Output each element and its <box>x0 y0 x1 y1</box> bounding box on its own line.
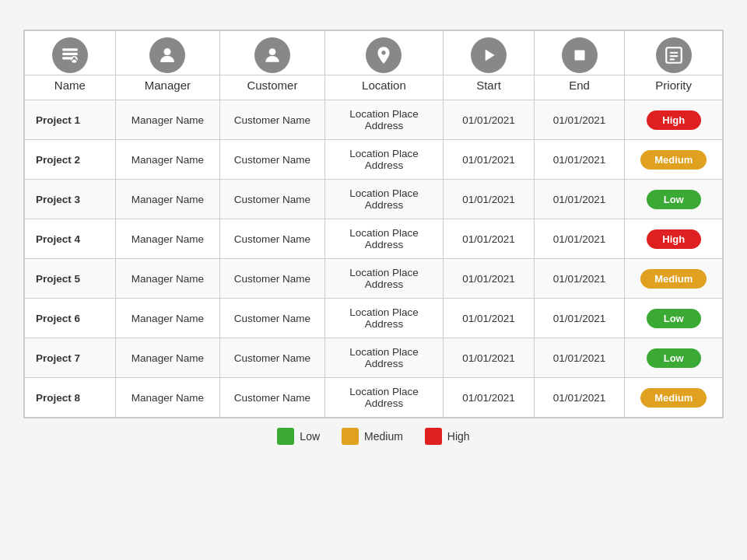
cell-end: 01/01/2021 <box>534 378 625 418</box>
cell-start: 01/01/2021 <box>444 100 535 140</box>
svg-point-7 <box>269 48 276 55</box>
cell-customer: Customer Name <box>220 259 325 299</box>
table-row: Project 3Manager NameCustomer NameLocati… <box>25 180 723 219</box>
svg-rect-0 <box>62 48 78 51</box>
icon-cell-end <box>534 31 625 75</box>
cell-start: 01/01/2021 <box>444 338 535 378</box>
table-row: Project 2Manager NameCustomer NameLocati… <box>25 140 723 180</box>
cell-end: 01/01/2021 <box>534 140 625 180</box>
cell-manager: Manager Name <box>115 140 220 180</box>
cell-name: Project 2 <box>25 140 116 180</box>
priority-badge: Low <box>647 309 701 328</box>
header-location: Location <box>324 75 443 100</box>
svg-rect-11 <box>669 52 678 54</box>
priority-badge: Medium <box>640 388 707 408</box>
cell-manager: Manager Name <box>115 180 220 219</box>
header-name: Name <box>25 75 116 100</box>
icon-cell-location <box>324 31 443 75</box>
cell-end: 01/01/2021 <box>534 100 625 140</box>
header-priority: Priority <box>625 75 723 100</box>
cell-priority: Medium <box>625 378 723 418</box>
cell-manager: Manager Name <box>115 219 220 259</box>
priority-badge: Low <box>647 348 701 368</box>
cell-location: Location Place Address <box>324 259 443 299</box>
svg-rect-1 <box>62 53 78 55</box>
legend: LowMediumHigh <box>23 428 724 445</box>
header-manager: Manager <box>115 75 220 100</box>
cell-manager: Manager Name <box>115 378 220 418</box>
cell-name: Project 8 <box>25 378 116 418</box>
cell-name: Project 1 <box>25 100 116 140</box>
name-icon <box>52 37 88 73</box>
icon-cell-manager <box>115 31 220 75</box>
table-row: Project 8Manager NameCustomer NameLocati… <box>25 378 723 418</box>
cell-end: 01/01/2021 <box>534 180 625 219</box>
cell-manager: Manager Name <box>115 100 220 140</box>
priority-icon <box>656 37 692 73</box>
legend-item-high: High <box>425 428 470 445</box>
icon-cell-start <box>444 31 535 75</box>
svg-rect-12 <box>669 55 678 57</box>
start-icon <box>471 37 507 73</box>
cell-customer: Customer Name <box>220 378 325 418</box>
cell-priority: Medium <box>625 140 723 180</box>
cell-priority: High <box>625 100 723 140</box>
cell-customer: Customer Name <box>220 100 325 140</box>
table-row: Project 1Manager NameCustomer NameLocati… <box>25 100 723 140</box>
icon-cell-priority <box>625 31 723 75</box>
cell-priority: Medium <box>625 259 723 299</box>
cell-start: 01/01/2021 <box>444 140 535 180</box>
legend-color-medium <box>342 428 359 445</box>
cell-customer: Customer Name <box>220 180 325 219</box>
header-customer: Customer <box>220 75 325 100</box>
legend-color-low <box>277 428 294 445</box>
legend-color-high <box>425 428 442 445</box>
cell-customer: Customer Name <box>220 299 325 338</box>
legend-item-medium: Medium <box>342 428 403 445</box>
cell-manager: Manager Name <box>115 338 220 378</box>
priority-badge: High <box>647 229 701 249</box>
priority-badge: High <box>647 110 701 130</box>
project-table: NameManagerCustomerLocationStartEndPrior… <box>23 30 724 418</box>
manager-icon <box>149 37 185 73</box>
cell-end: 01/01/2021 <box>534 259 625 299</box>
icon-cell-customer <box>220 31 325 75</box>
cell-name: Project 3 <box>25 180 116 219</box>
priority-badge: Medium <box>640 150 707 170</box>
cell-manager: Manager Name <box>115 259 220 299</box>
svg-marker-8 <box>486 49 495 61</box>
cell-priority: Low <box>625 180 723 219</box>
cell-name: Project 7 <box>25 338 116 378</box>
cell-location: Location Place Address <box>324 140 443 180</box>
cell-start: 01/01/2021 <box>444 219 535 259</box>
cell-priority: Low <box>625 338 723 378</box>
legend-label-low: Low <box>300 430 320 443</box>
cell-start: 01/01/2021 <box>444 378 535 418</box>
svg-rect-9 <box>574 51 584 61</box>
cell-start: 01/01/2021 <box>444 299 535 338</box>
svg-point-6 <box>164 48 171 55</box>
table-row: Project 7Manager NameCustomer NameLocati… <box>25 338 723 378</box>
cell-priority: Low <box>625 299 723 338</box>
cell-end: 01/01/2021 <box>534 299 625 338</box>
icon-cell-name <box>25 31 116 75</box>
cell-name: Project 4 <box>25 219 116 259</box>
cell-end: 01/01/2021 <box>534 338 625 378</box>
legend-label-medium: Medium <box>364 430 403 443</box>
priority-badge: Medium <box>640 269 707 289</box>
end-icon <box>562 37 598 73</box>
cell-location: Location Place Address <box>324 219 443 259</box>
cell-customer: Customer Name <box>220 140 325 180</box>
cell-location: Location Place Address <box>324 338 443 378</box>
table-row: Project 4Manager NameCustomer NameLocati… <box>25 219 723 259</box>
cell-start: 01/01/2021 <box>444 259 535 299</box>
table-row: Project 6Manager NameCustomer NameLocati… <box>25 299 723 338</box>
legend-item-low: Low <box>277 428 320 445</box>
customer-icon <box>254 37 290 73</box>
svg-rect-13 <box>669 58 675 60</box>
header-start: Start <box>444 75 535 100</box>
cell-location: Location Place Address <box>324 180 443 219</box>
cell-name: Project 5 <box>25 259 116 299</box>
legend-label-high: High <box>447 430 470 443</box>
table-row: Project 5Manager NameCustomer NameLocati… <box>25 259 723 299</box>
